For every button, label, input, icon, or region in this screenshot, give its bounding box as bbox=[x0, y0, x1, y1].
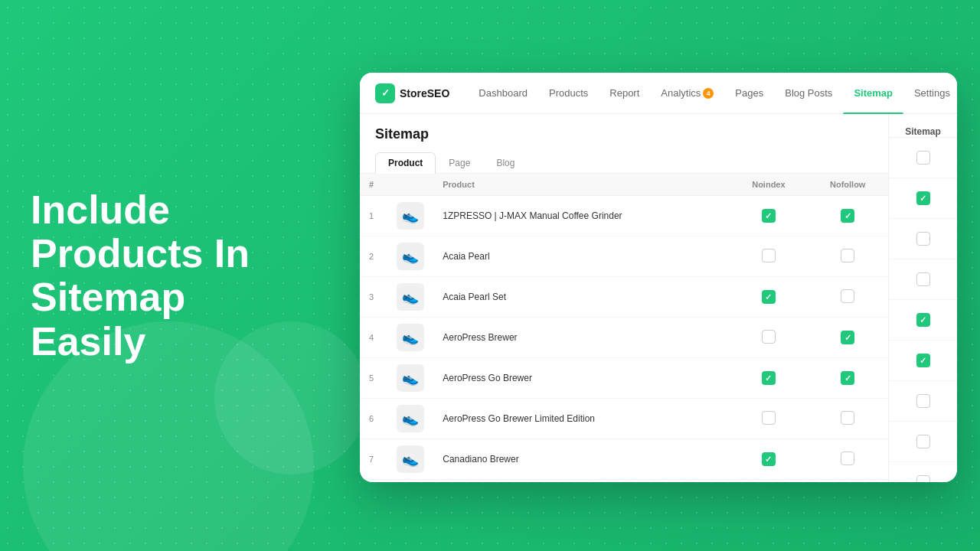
noindex-checked[interactable]: ✓ bbox=[762, 290, 776, 304]
row-thumb: 👟 bbox=[387, 399, 433, 439]
row-thumb: 👟 bbox=[387, 196, 433, 236]
logo-icon: ✓ bbox=[375, 83, 395, 103]
row-product-name: AeroPress Go Brewer bbox=[433, 358, 730, 399]
row-product-name: AeroPress Go Brewer Limited Edition bbox=[433, 399, 730, 439]
col-noindex: Noindex bbox=[730, 174, 807, 196]
row-product-name: Canadiano Brewer bbox=[433, 439, 730, 480]
sitemap-check-row[interactable]: ✓ bbox=[889, 300, 957, 341]
row-noindex[interactable]: ✓ bbox=[730, 277, 807, 318]
hero-text: Include Products In Sitemap Easily bbox=[31, 188, 250, 364]
sitemap-checks: ✓✓✓✓ bbox=[889, 138, 957, 482]
nav-pages[interactable]: Pages bbox=[724, 73, 774, 114]
nofollow-checked[interactable]: ✓ bbox=[841, 209, 854, 223]
table-row: 5 👟 AeroPress Go Brewer ✓ ✓ bbox=[360, 358, 888, 399]
tabs-row: Product Page Blog bbox=[360, 142, 888, 174]
noindex-checked[interactable]: ✓ bbox=[762, 452, 776, 466]
row-noindex[interactable]: ✓ bbox=[730, 358, 807, 399]
row-num: 3 bbox=[360, 277, 387, 318]
sitemap-check-row[interactable] bbox=[889, 138, 957, 178]
sitemap-checked[interactable]: ✓ bbox=[916, 354, 930, 367]
row-nofollow[interactable]: ✓ bbox=[807, 196, 888, 236]
noindex-unchecked[interactable] bbox=[762, 330, 776, 344]
nav-items: Dashboard Products Report Analytics 4 Pa… bbox=[468, 73, 957, 114]
nav-products[interactable]: Products bbox=[538, 73, 599, 114]
table-wrapper[interactable]: # Product Noindex Nofollow 1 👟 1ZPRESSO … bbox=[360, 174, 888, 482]
sitemap-check-row[interactable] bbox=[889, 422, 957, 462]
row-noindex[interactable] bbox=[730, 236, 807, 277]
col-thumb bbox=[387, 174, 433, 196]
app-window: ✓ StoreSEO Dashboard Products Report Ana… bbox=[360, 73, 957, 482]
tab-page[interactable]: Page bbox=[436, 152, 483, 174]
nofollow-unchecked[interactable] bbox=[841, 249, 854, 262]
product-thumbnail: 👟 bbox=[397, 283, 424, 311]
sitemap-checked[interactable]: ✓ bbox=[916, 313, 930, 327]
nofollow-checked[interactable]: ✓ bbox=[841, 331, 854, 344]
col-product: Product bbox=[433, 174, 730, 196]
row-nofollow[interactable] bbox=[807, 277, 888, 318]
sitemap-check-row[interactable]: ✓ bbox=[889, 178, 957, 219]
products-table: # Product Noindex Nofollow 1 👟 1ZPRESSO … bbox=[360, 174, 888, 482]
row-num: 7 bbox=[360, 439, 387, 480]
table-row: 6 👟 AeroPress Go Brewer Limited Edition bbox=[360, 399, 888, 439]
nav-analytics[interactable]: Analytics 4 bbox=[650, 73, 724, 114]
sitemap-check-row[interactable] bbox=[889, 259, 957, 300]
noindex-unchecked[interactable] bbox=[762, 411, 776, 425]
row-thumb: 👟 bbox=[387, 439, 433, 480]
hero-line-2: Products In bbox=[31, 231, 250, 276]
row-product-name: AeroPress Brewer bbox=[433, 318, 730, 358]
nav-dashboard[interactable]: Dashboard bbox=[468, 73, 538, 114]
nofollow-unchecked[interactable] bbox=[841, 452, 854, 465]
sitemap-unchecked[interactable] bbox=[916, 151, 930, 165]
table-row: 3 👟 Acaia Pearl Set ✓ bbox=[360, 277, 888, 318]
tab-blog[interactable]: Blog bbox=[483, 152, 528, 174]
row-nofollow[interactable] bbox=[807, 236, 888, 277]
nofollow-checked[interactable]: ✓ bbox=[841, 371, 854, 385]
product-thumbnail: 👟 bbox=[397, 324, 424, 351]
nav-report[interactable]: Report bbox=[599, 73, 650, 114]
row-num: 6 bbox=[360, 399, 387, 439]
sitemap-unchecked[interactable] bbox=[916, 394, 930, 408]
sitemap-unchecked[interactable] bbox=[916, 435, 930, 448]
row-nofollow[interactable]: ✓ bbox=[807, 480, 888, 483]
sitemap-unchecked[interactable] bbox=[916, 232, 930, 246]
sitemap-check-row[interactable] bbox=[889, 219, 957, 259]
product-thumbnail: 👟 bbox=[397, 202, 424, 230]
nav-sitemap[interactable]: Sitemap bbox=[843, 73, 903, 114]
right-panel: Sitemap ✓✓✓✓ bbox=[888, 114, 957, 482]
sitemap-checked[interactable]: ✓ bbox=[916, 191, 930, 205]
row-noindex[interactable]: ✓ bbox=[730, 196, 807, 236]
noindex-checked[interactable]: ✓ bbox=[762, 209, 776, 223]
col-nofollow: Nofollow bbox=[807, 174, 888, 196]
row-nofollow[interactable] bbox=[807, 399, 888, 439]
nav-blog-posts[interactable]: Blog Posts bbox=[774, 73, 843, 114]
row-product-name: Canadiano Brewer White Ash bbox=[433, 480, 730, 483]
logo-area: ✓ StoreSEO bbox=[375, 83, 449, 103]
row-nofollow[interactable]: ✓ bbox=[807, 318, 888, 358]
nav-settings[interactable]: Settings bbox=[903, 73, 957, 114]
row-thumb: 👟 bbox=[387, 277, 433, 318]
tab-product[interactable]: Product bbox=[375, 152, 436, 174]
sitemap-unchecked[interactable] bbox=[916, 272, 930, 286]
row-noindex[interactable] bbox=[730, 318, 807, 358]
sitemap-check-row[interactable] bbox=[889, 381, 957, 422]
noindex-checked[interactable]: ✓ bbox=[762, 371, 776, 385]
hero-line-1: Include bbox=[31, 187, 170, 232]
row-noindex[interactable]: ✓ bbox=[730, 439, 807, 480]
nofollow-unchecked[interactable] bbox=[841, 289, 854, 303]
sitemap-check-row[interactable]: ✓ bbox=[889, 341, 957, 381]
row-nofollow[interactable] bbox=[807, 439, 888, 480]
row-noindex[interactable]: ✓ bbox=[730, 480, 807, 483]
table-row: 7 👟 Canadiano Brewer ✓ bbox=[360, 439, 888, 480]
row-num: 5 bbox=[360, 358, 387, 399]
section-header: Sitemap bbox=[360, 114, 888, 142]
noindex-unchecked[interactable] bbox=[762, 249, 776, 262]
sitemap-unchecked[interactable] bbox=[916, 475, 930, 482]
row-noindex[interactable] bbox=[730, 399, 807, 439]
top-nav: ✓ StoreSEO Dashboard Products Report Ana… bbox=[360, 73, 957, 114]
row-nofollow[interactable]: ✓ bbox=[807, 358, 888, 399]
nofollow-unchecked[interactable] bbox=[841, 411, 854, 425]
sitemap-check-row[interactable] bbox=[889, 462, 957, 482]
table-row: 8 👟 Canadiano Brewer White Ash ✓ ✓ bbox=[360, 480, 888, 483]
analytics-badge: 4 bbox=[703, 88, 714, 99]
table-header-row: # Product Noindex Nofollow bbox=[360, 174, 888, 196]
